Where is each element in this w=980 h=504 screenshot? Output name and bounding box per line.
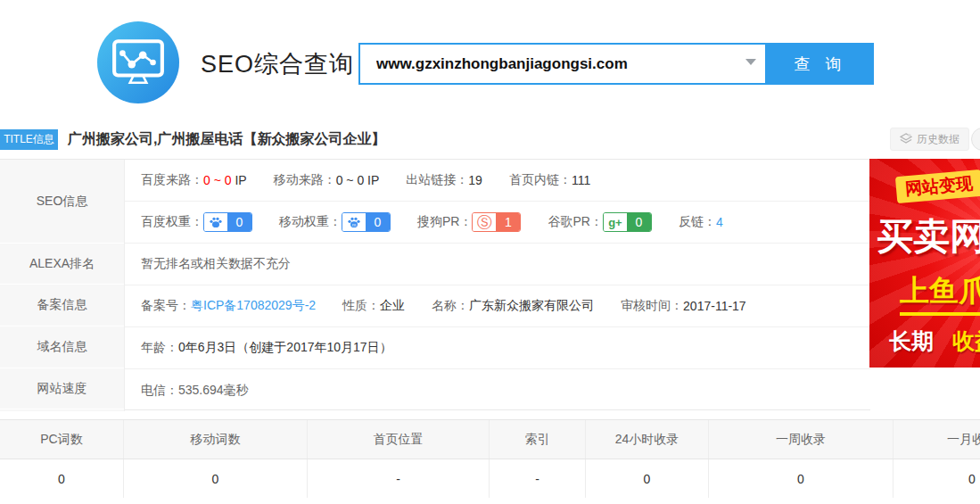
keyword-table-header: PC词数 移动词数 首页位置 索引 24小时收录 一周收录 一月收录	[0, 420, 980, 459]
baidu-traffic-value: 0 ~ 0	[203, 173, 232, 187]
domain-age-value: 0年6月3日（创建于2017年10月17日）	[178, 340, 392, 356]
mobile-traffic-value: 0 ~ 0 IP	[336, 173, 380, 187]
homepage-links-label: 首页内链：	[509, 172, 572, 188]
page-title: SEO综合查询	[201, 48, 354, 80]
baidu-weight-value: 0	[227, 213, 251, 231]
history-data-label: 历史数据	[917, 132, 959, 147]
col-header-month: 一月收录	[894, 420, 980, 459]
domain-age-label: 年龄：	[141, 340, 178, 356]
col-header-24h: 24小时收录	[586, 420, 709, 459]
homepage-links-value: 111	[572, 173, 590, 187]
sogou-pr-value: 1	[496, 213, 520, 231]
col-header-home-position: 首页位置	[308, 420, 490, 459]
mobile-weight-badge[interactable]: m 0	[342, 212, 391, 232]
seo-info-table: SEO信息 ALEXA排名 备案信息 域名信息 网站速度 百度来路： 0 ~ 0…	[0, 159, 870, 410]
row-label-alexa: ALEXA排名	[0, 244, 124, 285]
backlinks-value[interactable]: 4	[716, 215, 723, 229]
svg-text:m: m	[352, 222, 357, 227]
domain-row: 年龄： 0年6月3日（创建于2017年10月17日）	[125, 327, 870, 369]
baidu-weight-label: 百度权重：	[141, 214, 203, 230]
icp-nature-value: 企业	[380, 298, 405, 314]
seo-weight-row: 百度权重： 0 移动权重： m 0 搜狗PR： Ⓢ 1 谷歌	[125, 202, 870, 244]
icp-name-value: 广东新众搬家有限公司	[469, 298, 594, 314]
value-week: 0	[709, 459, 894, 498]
sogou-pr-label: 搜狗PR：	[417, 214, 472, 230]
title-info-badge: TITLE信息	[0, 129, 58, 150]
value-pc-words: 0	[0, 459, 124, 498]
seo-query-page: SEO综合查询 查 询 TITLE信息 广州搬家公司,广州搬屋电话【新众搬家公司…	[0, 0, 980, 504]
query-button[interactable]: 查 询	[767, 43, 874, 85]
row-label-speed: 网站速度	[0, 368, 124, 409]
ad-headline: 买卖网站	[877, 212, 980, 261]
icp-audit-label: 审核时间：	[621, 298, 683, 314]
value-24h: 0	[586, 459, 709, 498]
value-index: -	[490, 459, 586, 498]
baidu-paw-icon	[204, 213, 227, 231]
chevron-down-icon[interactable]	[745, 59, 756, 65]
google-pr-badge[interactable]: g+ 0	[603, 212, 652, 232]
backlinks-label: 反链：	[679, 214, 716, 230]
col-header-index: 索引	[490, 420, 586, 459]
col-header-mobile-words: 移动词数	[124, 420, 308, 459]
mobile-paw-icon: m	[342, 213, 366, 231]
ad-footline-white: 长期	[889, 328, 934, 353]
icp-row: 备案号： 粤ICP备17082029号-2 性质： 企业 名称： 广东新众搬家有…	[125, 285, 870, 327]
ad-banner[interactable]: 网站变现 买卖网站 上鱼爪 长期 收益	[869, 159, 980, 368]
value-mobile-words: 0	[124, 459, 308, 498]
speed-row: 电信：535.694毫秒	[125, 369, 870, 411]
ad-background: 网站变现 买卖网站 上鱼爪 长期 收益	[869, 159, 980, 368]
google-pr-value: 0	[627, 213, 651, 231]
ad-tag: 网站变现	[895, 169, 980, 203]
keyword-table-values: 0 0 - - 0 0 0	[0, 459, 980, 498]
mobile-weight-label: 移动权重：	[279, 214, 342, 230]
baidu-traffic-label: 百度来路：	[141, 172, 203, 188]
sogou-icon: Ⓢ	[477, 215, 492, 230]
app-logo	[97, 21, 179, 103]
speed-value: 电信：535.694毫秒	[141, 383, 249, 399]
search-input[interactable]	[358, 43, 767, 85]
history-data-button[interactable]: 历史数据	[890, 128, 969, 151]
icp-nature-label: 性质：	[342, 298, 380, 314]
monitor-chart-icon	[111, 37, 166, 87]
row-label-domain: 域名信息	[0, 326, 124, 368]
icp-name-label: 名称：	[432, 298, 469, 314]
icp-number-link[interactable]: 粤ICP备17082029号-2	[191, 298, 316, 314]
value-home-position: -	[308, 459, 490, 498]
row-label-icp: 备案信息	[0, 285, 124, 326]
outbound-links-value: 19	[468, 173, 482, 187]
value-month: 0	[894, 459, 980, 498]
baidu-weight-badge[interactable]: 0	[203, 212, 252, 232]
alexa-row: 暂无排名或相关数据不充分	[125, 244, 870, 285]
mobile-weight-value: 0	[366, 213, 390, 231]
keyword-stats-table: PC词数 移动词数 首页位置 索引 24小时收录 一周收录 一月收录 0 0 -…	[0, 419, 980, 498]
google-pr-label: 谷歌PR：	[548, 214, 602, 230]
icp-number-label: 备案号：	[141, 298, 191, 314]
mobile-traffic-label: 移动来路：	[274, 172, 336, 188]
alexa-value: 暂无排名或相关数据不充分	[141, 256, 291, 272]
baidu-traffic-unit: IP	[235, 173, 246, 187]
label-column: SEO信息 ALEXA排名 备案信息 域名信息 网站速度	[0, 160, 125, 411]
partial-icon-button[interactable]	[971, 128, 980, 151]
icp-audit-value: 2017-11-17	[683, 299, 746, 313]
sogou-pr-badge[interactable]: Ⓢ 1	[472, 212, 521, 232]
row-label-seo: SEO信息	[0, 160, 124, 244]
seo-traffic-row: 百度来路： 0 ~ 0 IP 移动来路： 0 ~ 0 IP 出站链接： 19 首…	[125, 160, 870, 202]
ad-footline-yellow: 收益	[952, 328, 980, 353]
col-header-pc-words: PC词数	[0, 420, 124, 459]
google-plus-icon: g+	[608, 217, 622, 228]
ad-footline: 长期 收益	[889, 326, 980, 356]
outbound-links-label: 出站链接：	[406, 172, 468, 188]
layers-icon	[900, 133, 912, 145]
site-title-text: 广州搬家公司,广州搬屋电话【新众搬家公司企业】	[68, 130, 385, 149]
col-header-week: 一周收录	[709, 420, 894, 459]
ad-subline: 上鱼爪	[900, 271, 980, 316]
